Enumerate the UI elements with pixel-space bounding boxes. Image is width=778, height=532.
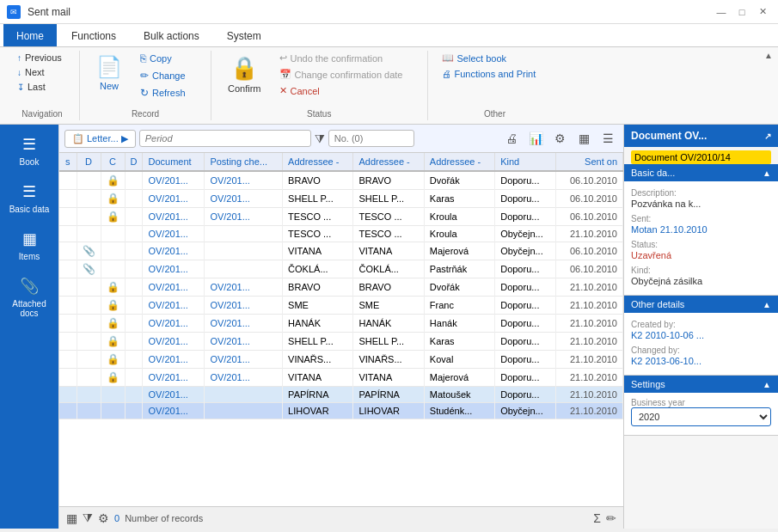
maximize-button[interactable]: □ bbox=[733, 3, 750, 21]
sidebar-item-items[interactable]: ▦ Items bbox=[2, 223, 57, 268]
no-filter-input[interactable] bbox=[328, 130, 414, 147]
table-row[interactable]: 📎 OV/201... VITANA VITANA Majerová Obyče… bbox=[59, 242, 623, 260]
paperclip-icon: 📎 bbox=[83, 245, 95, 257]
tab-home[interactable]: Home bbox=[3, 24, 57, 46]
cell-s bbox=[59, 333, 77, 351]
sidebar-item-book[interactable]: ☰ Book bbox=[2, 128, 57, 174]
tab-functions[interactable]: Functions bbox=[58, 24, 129, 46]
book-icon: 📖 bbox=[442, 52, 454, 64]
cell-d1 bbox=[77, 226, 101, 242]
col-header-d2[interactable]: D bbox=[125, 153, 143, 171]
items-icon: ▦ bbox=[22, 229, 37, 248]
confirm-button[interactable]: 🔒 Confirm bbox=[218, 51, 271, 98]
sidebar-item-basic-data[interactable]: ☰ Basic data bbox=[2, 175, 57, 221]
status-group-label: Status bbox=[211, 109, 427, 119]
new-icon: 📄 bbox=[96, 55, 122, 79]
table-row[interactable]: OV/201... LIHOVAR LIHOVAR Studénk... Oby… bbox=[59, 403, 623, 419]
ribbon-collapse-button[interactable]: ▲ bbox=[764, 51, 773, 60]
minimize-button[interactable]: — bbox=[713, 3, 730, 21]
menu-filter-icon[interactable]: ☰ bbox=[597, 128, 618, 149]
copy-button[interactable]: ⎘ Copy bbox=[135, 51, 204, 66]
cell-posting: OV/201... bbox=[205, 297, 283, 315]
tab-bulk-actions[interactable]: Bulk actions bbox=[131, 24, 212, 46]
settings-section-header[interactable]: Settings ▲ bbox=[624, 376, 778, 393]
title-bar: ✉ Sent mail — □ ✕ bbox=[0, 0, 778, 24]
basic-data-section-body: Description: Pozvánka na k... Sent: Mota… bbox=[624, 181, 778, 295]
table-row[interactable]: 🔒 OV/201... OV/201... HANÁK HANÁK Hanák … bbox=[59, 315, 623, 333]
right-section-settings: Settings ▲ Business year 2020 bbox=[624, 376, 778, 436]
cell-addr3: Kroula bbox=[424, 208, 494, 226]
col-header-posting[interactable]: Posting che... bbox=[205, 153, 283, 171]
cell-document: OV/201... bbox=[143, 297, 205, 315]
functions-print-button[interactable]: 🖨 Functions and Print bbox=[435, 67, 555, 81]
cell-s bbox=[59, 242, 77, 260]
chart-filter-icon[interactable]: 📊 bbox=[525, 128, 546, 149]
close-button[interactable]: ✕ bbox=[754, 3, 771, 21]
col-header-addr2[interactable]: Addressee - bbox=[353, 153, 424, 171]
sigma-icon[interactable]: Σ bbox=[593, 511, 601, 525]
basic-data-section-header[interactable]: Basic da... ▲ bbox=[624, 164, 778, 181]
cell-s bbox=[59, 208, 77, 226]
col-header-s[interactable]: s bbox=[59, 153, 77, 171]
lock-icon: 🔒 bbox=[107, 211, 119, 223]
table-row[interactable]: 🔒 OV/201... OV/201... SHELL P... SHELL P… bbox=[59, 333, 623, 351]
col-header-addr1[interactable]: Addressee - bbox=[283, 153, 353, 171]
lock-icon: 🔒 bbox=[107, 193, 119, 205]
new-button[interactable]: 📄 New bbox=[87, 51, 132, 95]
business-year-select[interactable]: 2020 bbox=[631, 407, 771, 426]
table-row[interactable]: 🔒 OV/201... OV/201... SME SME Franc Dopo… bbox=[59, 297, 623, 315]
col-header-document[interactable]: Document bbox=[143, 153, 205, 171]
table-row[interactable]: OV/201... PAPÍRNA PAPÍRNA Matoušek Dopor… bbox=[59, 387, 623, 403]
bottom-bar: ▦ ⧩ ⚙ 0 Number of records Σ ✏ bbox=[59, 506, 623, 529]
other-group-label: Other bbox=[428, 109, 562, 119]
period-filter-input[interactable] bbox=[139, 130, 311, 147]
col-header-d[interactable]: D bbox=[77, 153, 101, 171]
letter-filter-button[interactable]: 📋 Letter... ▶ bbox=[64, 130, 136, 148]
table-row[interactable]: 🔒 OV/201... OV/201... VINAŘS... VINAŘS..… bbox=[59, 351, 623, 369]
table-row[interactable]: 🔒 OV/201... OV/201... BRAVO BRAVO Dvořák… bbox=[59, 171, 623, 190]
filter-bottom-icon[interactable]: ⧩ bbox=[83, 511, 93, 525]
settings-filter-icon[interactable]: ⚙ bbox=[549, 128, 570, 149]
col-header-addr3[interactable]: Addressee - bbox=[424, 153, 494, 171]
cell-c bbox=[101, 403, 125, 419]
table-view-icon[interactable]: ▦ bbox=[66, 511, 77, 525]
table-body: 🔒 OV/201... OV/201... BRAVO BRAVO Dvořák… bbox=[59, 171, 623, 419]
ribbon-tabs: Home Functions Bulk actions System bbox=[0, 24, 778, 47]
title-bar-title: Sent mail bbox=[28, 6, 70, 18]
cell-kind: Doporu... bbox=[495, 190, 556, 208]
select-book-button[interactable]: 📖 Select book bbox=[435, 51, 555, 65]
cell-d2 bbox=[125, 403, 143, 419]
sidebar-item-attached-docs[interactable]: 📎 Attached docs bbox=[2, 270, 57, 325]
col-header-kind[interactable]: Kind bbox=[495, 153, 556, 171]
table-row[interactable]: 🔒 OV/201... OV/201... BRAVO BRAVO Dvořák… bbox=[59, 278, 623, 297]
print-filter-icon[interactable]: 🖨 bbox=[501, 128, 522, 149]
tab-system[interactable]: System bbox=[214, 24, 274, 46]
change-icon: ✏ bbox=[140, 70, 149, 82]
change-button[interactable]: ✏ Change bbox=[135, 68, 204, 83]
table-container: s D C D Document Posting che... Addresse… bbox=[59, 153, 623, 506]
col-header-sent[interactable]: Sent on bbox=[556, 153, 623, 171]
col-header-c[interactable]: C bbox=[101, 153, 125, 171]
table-row[interactable]: 📎 OV/201... ČOKLÁ... ČOKLÁ... Pastrňák D… bbox=[59, 260, 623, 278]
nav-last-button[interactable]: ↧ Last bbox=[12, 80, 72, 94]
cell-addr1: VITANA bbox=[283, 369, 353, 387]
field-created-by: Created by: K2 2010-10-06 ... bbox=[631, 318, 771, 340]
refresh-button[interactable]: ↻ Refresh bbox=[135, 85, 204, 101]
nav-next-button[interactable]: ↓ Next bbox=[12, 65, 72, 79]
cell-s bbox=[59, 403, 77, 419]
columns-filter-icon[interactable]: ▦ bbox=[573, 128, 594, 149]
ribbon-group-status: 🔒 Confirm ↩ Undo the confirmation 📅 Chan… bbox=[211, 51, 428, 120]
external-link-icon[interactable]: ↗ bbox=[764, 131, 771, 141]
other-details-section-header[interactable]: Other details ▲ bbox=[624, 296, 778, 313]
table-row[interactable]: 🔒 OV/201... OV/201... VITANA VITANA Maje… bbox=[59, 369, 623, 387]
table-row[interactable]: 🔒 OV/201... OV/201... TESCO ... TESCO ..… bbox=[59, 208, 623, 226]
status-buttons: ↩ Undo the confirmation 📅 Change confirm… bbox=[274, 51, 420, 98]
table-row[interactable]: OV/201... TESCO ... TESCO ... Kroula Oby… bbox=[59, 226, 623, 242]
cancel-button[interactable]: ✕ Cancel bbox=[274, 83, 420, 98]
cell-s bbox=[59, 315, 77, 333]
edit-bottom-icon[interactable]: ✏ bbox=[606, 511, 616, 525]
records-table: s D C D Document Posting che... Addresse… bbox=[59, 153, 623, 419]
settings-bottom-icon[interactable]: ⚙ bbox=[98, 511, 109, 525]
table-row[interactable]: 🔒 OV/201... OV/201... SHELL P... SHELL P… bbox=[59, 190, 623, 208]
nav-previous-button[interactable]: ↑ Previous bbox=[12, 51, 72, 64]
